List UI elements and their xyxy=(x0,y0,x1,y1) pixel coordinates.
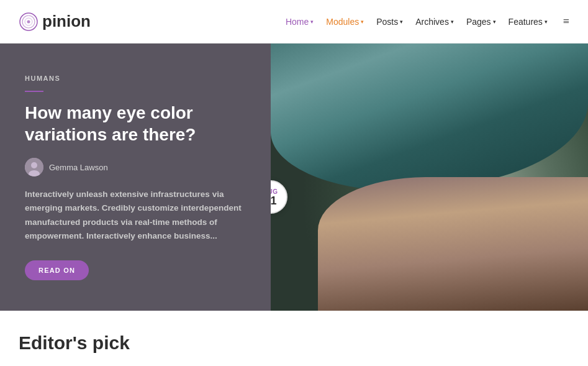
hero-title: How many eye color variations are there? xyxy=(25,102,246,145)
hero-image-fill xyxy=(271,43,588,311)
features-chevron-icon: ▾ xyxy=(545,19,548,25)
logo-icon xyxy=(19,12,38,32)
pages-chevron-icon: ▾ xyxy=(493,19,496,25)
hero-category: HUMANS xyxy=(25,75,246,82)
editors-pick-section: Editor's pick AUG 21 AUG 20 xyxy=(0,311,588,366)
logo-text: pinion xyxy=(42,12,91,31)
hero-image-container: AUG 21 xyxy=(271,43,588,311)
author-name: Gemma Lawson xyxy=(49,163,108,172)
avatar-image xyxy=(25,158,43,176)
read-on-button[interactable]: READ ON xyxy=(25,260,89,280)
svg-point-5 xyxy=(31,162,37,168)
date-day: 21 xyxy=(271,195,277,206)
home-chevron-icon: ▾ xyxy=(310,19,314,25)
editors-pick-title: Editor's pick xyxy=(19,332,569,354)
posts-chevron-icon: ▾ xyxy=(400,19,403,25)
hero-section: HUMANS How many eye color variations are… xyxy=(0,43,588,311)
avatar xyxy=(25,158,43,176)
nav-home[interactable]: Home ▾ xyxy=(286,17,314,27)
date-month: AUG xyxy=(271,188,278,195)
hero-category-line xyxy=(25,91,43,92)
site-logo[interactable]: pinion xyxy=(19,12,91,32)
nav-archives[interactable]: Archives ▾ xyxy=(415,17,454,27)
hero-excerpt: Interactively unleash extensive infrastr… xyxy=(25,188,246,243)
nav-pages[interactable]: Pages ▾ xyxy=(466,17,496,27)
svg-point-3 xyxy=(27,20,30,23)
hero-content: HUMANS How many eye color variations are… xyxy=(0,43,271,311)
nav-features[interactable]: Features ▾ xyxy=(509,17,548,27)
hero-image xyxy=(271,43,588,311)
site-header: pinion Home ▾ Modules ▾ Posts ▾ Archives… xyxy=(0,0,588,43)
modules-chevron-icon: ▾ xyxy=(361,19,364,25)
nav-posts[interactable]: Posts ▾ xyxy=(376,17,403,27)
main-nav: Home ▾ Modules ▾ Posts ▾ Archives ▾ Page… xyxy=(286,15,569,28)
hamburger-icon[interactable]: ≡ xyxy=(563,15,569,28)
nav-modules[interactable]: Modules ▾ xyxy=(326,17,364,27)
archives-chevron-icon: ▾ xyxy=(451,19,454,25)
hero-author-info: Gemma Lawson xyxy=(25,158,246,176)
